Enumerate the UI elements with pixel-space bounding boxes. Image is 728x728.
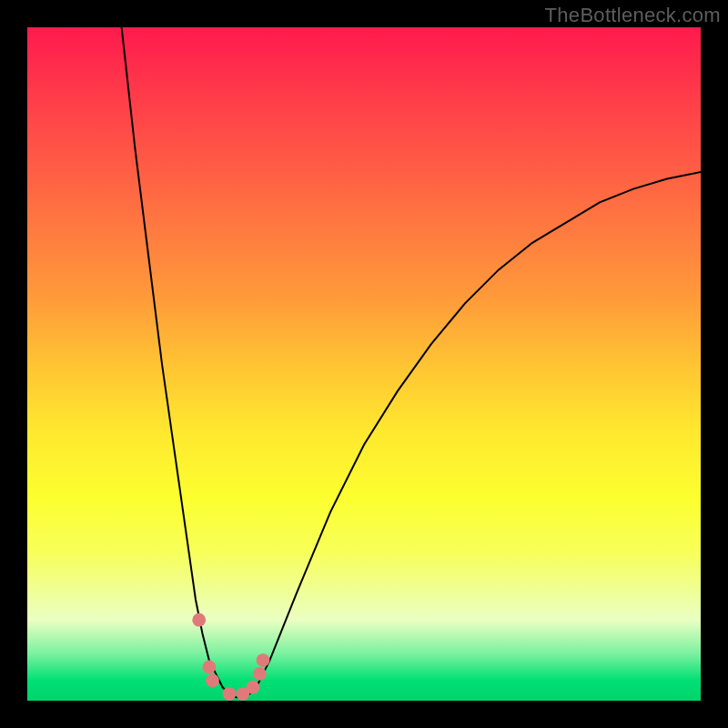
valley-marker — [223, 687, 237, 701]
valley-marker — [257, 653, 270, 667]
curve-svg — [27, 27, 701, 701]
valley-marker — [192, 613, 206, 627]
valley-marker — [247, 681, 260, 694]
valley-marker — [253, 667, 267, 681]
curve-left-branch — [122, 27, 223, 687]
valley-marker — [206, 673, 219, 687]
valley-marker — [202, 661, 216, 674]
watermark-text: TheBottleneck.com — [545, 4, 721, 27]
curve-right-branch — [257, 172, 701, 687]
valley-markers — [192, 613, 269, 701]
chart-frame: TheBottleneck.com — [0, 0, 728, 728]
plot-area — [27, 27, 701, 701]
